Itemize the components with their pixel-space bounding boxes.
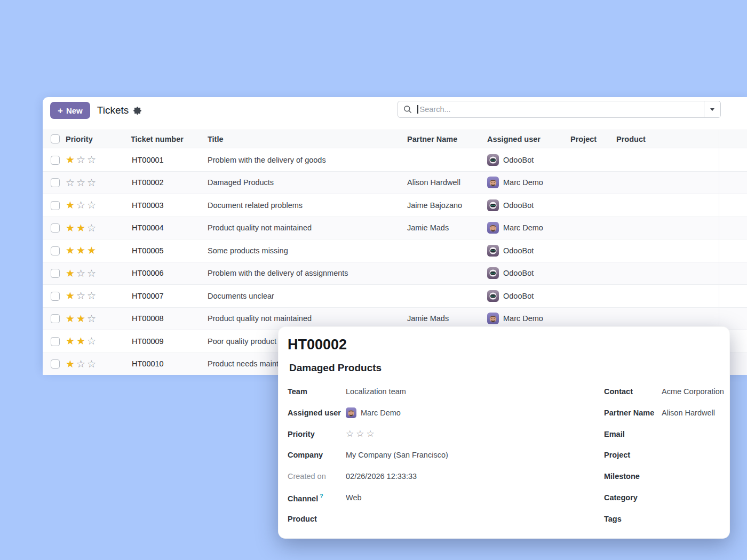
row-checkbox[interactable] — [51, 246, 60, 255]
star-filled-icon[interactable]: ★ — [66, 155, 75, 165]
star-filled-icon[interactable]: ★ — [66, 336, 75, 346]
star-empty-icon[interactable]: ☆ — [87, 336, 96, 346]
drag-handle-icon[interactable] — [121, 184, 123, 185]
row-checkbox[interactable] — [51, 201, 60, 210]
row-checkbox[interactable] — [51, 314, 60, 323]
priority-stars[interactable]: ★★☆ — [66, 336, 121, 346]
star-empty-icon[interactable]: ☆ — [87, 268, 96, 278]
star-empty-icon[interactable]: ☆ — [356, 429, 364, 438]
star-empty-icon[interactable]: ☆ — [87, 200, 96, 210]
column-header-assigned-user[interactable]: Assigned user — [487, 135, 567, 143]
star-empty-icon[interactable]: ☆ — [76, 178, 85, 188]
drag-handle-icon[interactable] — [121, 275, 123, 276]
row-checkbox[interactable] — [51, 178, 60, 187]
star-filled-icon[interactable]: ★ — [66, 245, 75, 255]
star-empty-icon[interactable]: ☆ — [76, 200, 85, 210]
star-empty-icon[interactable]: ☆ — [87, 291, 96, 301]
priority-stars[interactable]: ☆☆☆ — [66, 178, 121, 188]
star-filled-icon[interactable]: ★ — [66, 268, 75, 278]
priority-stars[interactable]: ★☆☆ — [66, 200, 121, 210]
star-empty-icon[interactable]: ☆ — [66, 178, 75, 188]
drag-handle-icon[interactable] — [121, 365, 123, 366]
priority-stars[interactable]: ★★☆ — [66, 223, 121, 233]
column-header-project[interactable]: Project — [567, 135, 616, 143]
star-empty-icon[interactable]: ☆ — [76, 268, 85, 278]
star-empty-icon[interactable]: ☆ — [76, 359, 85, 369]
star-filled-icon[interactable]: ★ — [66, 200, 75, 210]
star-empty-icon[interactable]: ☆ — [76, 291, 85, 301]
drag-handle-icon[interactable] — [121, 207, 123, 208]
search-dropdown-toggle[interactable] — [704, 101, 720, 117]
column-header-product[interactable]: Product — [616, 135, 747, 143]
field-label: Channel? — [288, 493, 346, 503]
partner-name: Jaime Bajozano — [407, 201, 487, 210]
table-row[interactable]: ★☆☆ HT00001 Problem with the delivery of… — [43, 149, 747, 171]
field-value[interactable]: Acme Corporation — [662, 387, 724, 396]
form-field-row: Assigned user Marc Demo — [288, 402, 604, 423]
star-empty-icon[interactable]: ☆ — [346, 429, 354, 438]
ticket-number: HT00009 — [131, 337, 208, 346]
table-row[interactable]: ★★☆ HT00004 Product quality not maintain… — [43, 217, 747, 239]
new-button-label: New — [66, 106, 83, 115]
drag-handle-icon[interactable] — [121, 298, 123, 299]
star-filled-icon[interactable]: ★ — [76, 314, 85, 324]
star-empty-icon[interactable]: ☆ — [76, 155, 85, 165]
field-value[interactable]: ☆☆☆ — [346, 429, 375, 438]
select-all-checkbox[interactable] — [51, 134, 60, 143]
table-row[interactable]: ★☆☆ HT00007 Documents unclear OdooBot — [43, 284, 747, 307]
new-button[interactable]: + New — [50, 102, 90, 119]
star-filled-icon[interactable]: ★ — [87, 245, 96, 255]
assigned-user-cell: OdooBot — [487, 267, 567, 279]
star-empty-icon[interactable]: ☆ — [87, 314, 96, 324]
star-empty-icon[interactable]: ☆ — [87, 359, 96, 369]
row-checkbox[interactable] — [51, 337, 60, 346]
priority-stars[interactable]: ☆☆☆ — [346, 429, 375, 438]
priority-stars[interactable]: ★☆☆ — [66, 291, 121, 301]
column-header-title[interactable]: Title — [208, 135, 407, 143]
star-empty-icon[interactable]: ☆ — [87, 223, 96, 233]
field-value[interactable]: 02/26/2026 12:33:33 — [346, 472, 417, 481]
help-icon[interactable]: ? — [320, 493, 323, 499]
field-value[interactable]: Alison Hardwell — [662, 409, 715, 417]
priority-stars[interactable]: ★☆☆ — [66, 359, 121, 369]
priority-stars[interactable]: ★☆☆ — [66, 268, 121, 278]
column-header-priority[interactable]: Priority — [66, 135, 121, 143]
row-checkbox[interactable] — [51, 269, 60, 278]
column-header-ticket-number[interactable]: Ticket number — [131, 135, 208, 143]
star-filled-icon[interactable]: ★ — [66, 359, 75, 369]
star-filled-icon[interactable]: ★ — [76, 336, 85, 346]
star-filled-icon[interactable]: ★ — [66, 291, 75, 301]
drag-handle-icon[interactable] — [121, 343, 123, 344]
drag-handle-icon[interactable] — [121, 252, 123, 253]
field-value[interactable]: My Company (San Francisco) — [346, 451, 448, 459]
row-checkbox[interactable] — [51, 359, 60, 369]
star-filled-icon[interactable]: ★ — [66, 223, 75, 233]
assigned-user-cell: OdooBot — [487, 290, 567, 302]
field-value[interactable]: Web — [346, 493, 362, 502]
row-checkbox[interactable] — [51, 223, 60, 233]
star-empty-icon[interactable]: ☆ — [87, 178, 96, 188]
priority-stars[interactable]: ★★☆ — [66, 314, 121, 324]
star-filled-icon[interactable]: ★ — [76, 245, 85, 255]
row-checkbox[interactable] — [51, 156, 60, 165]
assigned-user-name: OdooBot — [503, 292, 534, 300]
star-empty-icon[interactable]: ☆ — [87, 155, 96, 165]
drag-handle-icon[interactable] — [121, 162, 123, 163]
table-row[interactable]: ★★★ HT00005 Some products missing OdooBo… — [43, 239, 747, 262]
field-value[interactable]: Localization team — [346, 387, 406, 396]
field-value[interactable]: Marc Demo — [346, 407, 401, 418]
column-header-partner-name[interactable]: Partner Name — [407, 135, 487, 143]
priority-stars[interactable]: ★★★ — [66, 245, 121, 255]
search-input[interactable] — [418, 105, 704, 114]
star-filled-icon[interactable]: ★ — [76, 223, 85, 233]
table-row[interactable]: ★☆☆ HT00006 Problem with the delivery of… — [43, 262, 747, 285]
star-filled-icon[interactable]: ★ — [66, 314, 75, 324]
gear-icon[interactable] — [133, 107, 141, 115]
star-empty-icon[interactable]: ☆ — [367, 429, 375, 438]
table-row[interactable]: ☆☆☆ HT00002 Damaged Products Alison Hard… — [43, 171, 747, 194]
drag-handle-icon[interactable] — [121, 229, 123, 230]
priority-stars[interactable]: ★☆☆ — [66, 155, 121, 165]
table-row[interactable]: ★☆☆ HT00003 Document related problems Ja… — [43, 194, 747, 217]
row-checkbox[interactable] — [51, 292, 60, 301]
drag-handle-icon[interactable] — [121, 320, 123, 321]
